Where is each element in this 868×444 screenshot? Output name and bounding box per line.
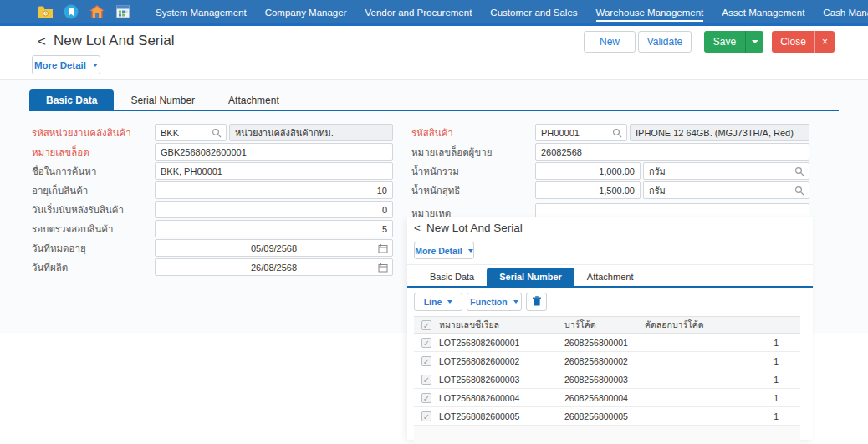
tab-basic-data[interactable]: Basic Data [29,89,114,111]
line-button-label: Line [424,297,442,307]
tab-serial-number[interactable]: Serial Number [114,89,212,111]
barcode-cell: 2608256800001 [564,338,645,348]
menu-company-manager[interactable]: Company Manager [265,3,347,22]
row-checkbox[interactable]: ✓ [421,393,431,403]
shelf-life-input[interactable]: 10 [155,181,393,199]
col-barcode: บาร์โค้ด [564,318,645,332]
home-icon[interactable] [89,4,105,19]
popup-more-detail-button[interactable]: More Detail [414,242,474,259]
menu-customer-sales[interactable]: Customer and Sales [490,3,577,22]
tab-attachment[interactable]: Attachment [212,89,296,111]
function-button[interactable]: Function [467,293,522,311]
table-row[interactable]: ✓ LOT2568082600002 2608256800002 1 [414,352,800,370]
table-row[interactable]: ✓ LOT2568082600003 2608256800003 1 [414,370,800,389]
net-weight-input[interactable]: 1,500.00 [535,181,641,199]
row-checkbox[interactable]: ✓ [421,411,431,421]
trash-icon [533,296,541,308]
item-code-input[interactable]: PH00001 [535,124,627,141]
row-checkbox[interactable]: ✓ [421,338,431,348]
menu-system-management[interactable]: System Management [156,3,247,22]
search-icon[interactable] [794,166,804,178]
row-checkbox[interactable]: ✓ [421,356,431,366]
item-code-value: PH00001 [541,128,580,138]
gross-weight-input[interactable]: 1,000.00 [535,162,641,180]
label-shelf-life: อายุเก็บสินค้า [32,183,88,198]
count-start-days-input[interactable]: 0 [155,201,393,218]
serial-cell: LOT2568082600002 [439,356,564,366]
warehouse-org-code-value: BKK [161,128,179,138]
popup-tab-basic-data[interactable]: Basic Data [417,268,487,286]
lot-serial-popup: < New Lot And Serial More Detail Basic D… [407,217,813,440]
delete-button[interactable] [526,293,547,311]
manufacture-date-value: 26/08/2568 [251,263,297,273]
net-weight-unit-input[interactable]: กรัม [643,181,809,199]
copies-cell: 1 [645,393,800,403]
label-item-code: รหัสสินค้า [411,125,453,140]
new-button[interactable]: New [584,31,636,53]
caret-down-icon [513,300,518,304]
table-row[interactable]: ✓ LOT2568082600004 2608256800004 1 [414,389,800,407]
popup-title: New Lot And Serial [426,222,523,234]
copies-cell: 1 [645,411,800,421]
calendar-picker-icon[interactable] [378,263,388,274]
menu-cash-management[interactable]: Cash Management [823,3,868,22]
label-warehouse-org-code: รหัสหน่วยงานคลังสินค้า [32,125,131,140]
popup-tab-attachment[interactable]: Attachment [574,268,646,286]
save-dropdown-button[interactable] [745,31,763,53]
label-inspection-cycle: รอบตรวจสอบสินค้า [32,222,113,237]
back-icon[interactable]: < [38,34,46,48]
popup-tabs: Basic Data Serial Number Attachment [417,268,646,286]
calendar-picker-icon[interactable] [378,243,388,255]
warehouse-org-code-input[interactable]: BKK [155,124,227,141]
vendor-lot-number-input[interactable]: 26082568 [535,143,809,161]
search-icon[interactable] [612,128,622,140]
row-checkbox[interactable]: ✓ [421,375,431,385]
label-search-name: ชื่อในการค้นหา [32,164,96,179]
close-x-button[interactable]: × [814,31,835,53]
popup-toolbar: Line Function [414,293,547,311]
col-serial-number: หมายเลขซีเรียล [439,318,564,332]
manufacture-date-input[interactable]: 26/08/2568 [155,258,393,276]
folder-icon[interactable] [38,4,53,19]
barcode-cell: 2608256800004 [564,393,645,403]
more-detail-label: More Detail [415,246,462,256]
more-detail-button[interactable]: More Detail [32,55,100,74]
gross-weight-unit-input[interactable]: กรัม [643,162,809,180]
validate-button[interactable]: Validate [638,31,692,53]
search-name-input[interactable]: BKK, PH00001 [155,162,393,180]
select-all-checkbox[interactable]: ✓ [421,320,431,330]
search-icon[interactable] [212,128,222,140]
search-name-value: BKK, PH00001 [161,166,222,176]
app-icons [0,4,130,19]
menu-warehouse-management[interactable]: Warehouse Management [596,3,704,22]
close-button-group: Close × [772,31,835,53]
label-gross-weight: น้ำหนักรวม [411,164,459,179]
table-row[interactable]: ✓ LOT2568082600001 2608256800001 1 [414,334,800,352]
serial-cell: LOT2568082600005 [439,411,564,421]
net-weight-unit-value: กรัม [649,183,666,198]
more-detail-label: More Detail [34,60,86,70]
serial-cell: LOT2568082600001 [439,338,564,348]
label-net-weight: น้ำหนักสุทธิ [411,183,460,198]
table-row[interactable]: ✓ LOT2568082600005 2608256800005 1 [414,407,800,426]
save-button[interactable]: Save [704,31,745,53]
copies-cell: 1 [645,375,800,385]
barcode-cell: 2608256800003 [564,375,645,385]
line-button[interactable]: Line [414,293,462,311]
gross-weight-value: 1,000.00 [599,166,635,176]
popup-tab-serial-number[interactable]: Serial Number [487,268,574,286]
menu-vendor-procurement[interactable]: Vendor and Procurement [365,3,472,22]
lot-number-input[interactable]: GBK2568082600001 [155,143,393,161]
label-manufacture-date: วันที่ผลิต [32,260,68,275]
back-icon[interactable]: < [414,222,421,234]
bookmark-icon[interactable] [64,4,79,19]
close-button[interactable]: Close [772,31,814,53]
expiry-date-input[interactable]: 05/09/2568 [155,239,393,257]
calendar-icon[interactable] [115,4,130,19]
inspection-cycle-input[interactable]: 5 [155,220,393,237]
menu-asset-management[interactable]: Asset Management [722,3,804,22]
serial-cell: LOT2568082600004 [439,393,564,403]
gross-weight-unit-value: กรัม [649,164,666,179]
search-icon[interactable] [794,186,804,197]
caret-down-icon [447,300,452,304]
